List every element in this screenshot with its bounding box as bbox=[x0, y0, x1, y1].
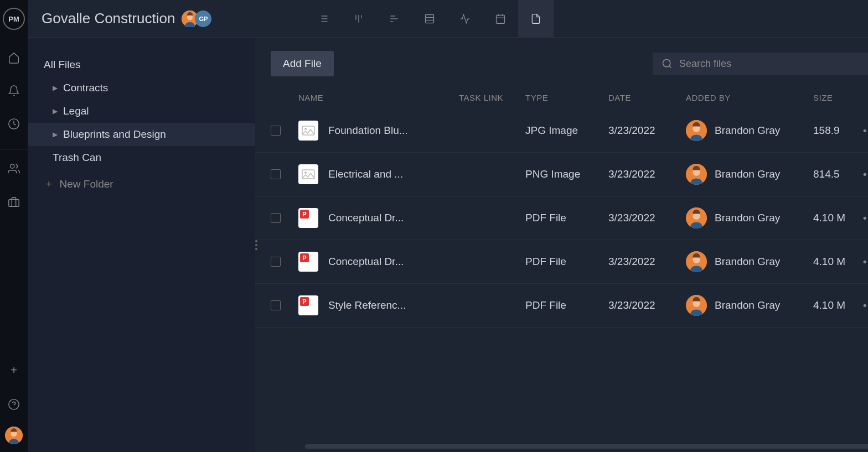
clock-icon[interactable] bbox=[3, 113, 25, 135]
row-actions-icon[interactable]: ••• bbox=[863, 168, 868, 180]
svg-rect-20 bbox=[426, 14, 434, 23]
file-row[interactable]: PConceptual Dr...PDF File3/23/2022Brando… bbox=[255, 196, 868, 240]
search-icon bbox=[662, 58, 673, 69]
folder-item[interactable]: ▶Contracts bbox=[28, 76, 255, 100]
resize-handle[interactable] bbox=[255, 238, 257, 252]
row-actions-icon[interactable]: ••• bbox=[863, 124, 868, 137]
help-icon[interactable] bbox=[3, 393, 25, 415]
row-checkbox[interactable] bbox=[271, 213, 281, 223]
bell-icon[interactable] bbox=[3, 80, 25, 102]
row-checkbox[interactable] bbox=[271, 300, 281, 310]
gantt-view-tab[interactable] bbox=[376, 0, 412, 38]
svg-point-1 bbox=[11, 164, 14, 168]
pdf-file-icon: P bbox=[298, 208, 318, 228]
svg-rect-2 bbox=[9, 199, 19, 206]
user-avatar bbox=[686, 295, 707, 316]
svg-point-30 bbox=[304, 128, 307, 130]
horizontal-scrollbar[interactable] bbox=[305, 444, 868, 449]
file-size: 4.10 M bbox=[813, 299, 863, 311]
image-file-icon bbox=[298, 164, 318, 184]
search-box[interactable] bbox=[653, 53, 868, 75]
caret-icon: ▶ bbox=[53, 107, 58, 115]
added-by-name: Brandon Gray bbox=[715, 256, 780, 268]
pdf-file-icon: P bbox=[298, 252, 318, 272]
file-panel: Add File NAME TASK LINK TYPE DATE ADDED … bbox=[255, 38, 868, 452]
user-avatar[interactable] bbox=[5, 427, 23, 444]
file-date: 3/23/2022 bbox=[608, 168, 686, 180]
file-date: 3/23/2022 bbox=[608, 212, 686, 224]
new-folder-button[interactable]: +New Folder bbox=[28, 173, 255, 196]
svg-rect-29 bbox=[302, 126, 314, 135]
folder-label: Blueprints and Design bbox=[63, 128, 166, 141]
user-avatar bbox=[686, 251, 707, 272]
col-date[interactable]: DATE bbox=[608, 93, 686, 102]
row-actions-icon[interactable]: ••• bbox=[863, 299, 868, 311]
image-file-icon bbox=[298, 121, 318, 141]
file-type: JPG Image bbox=[525, 124, 608, 137]
row-actions-icon[interactable]: ••• bbox=[863, 212, 868, 224]
files-view-tab[interactable] bbox=[518, 0, 554, 38]
list-view-tab[interactable] bbox=[306, 0, 341, 38]
file-size: 814.5 bbox=[813, 168, 863, 180]
added-by-name: Brandon Gray bbox=[715, 168, 780, 180]
col-added[interactable]: ADDED BY bbox=[686, 93, 813, 102]
row-checkbox[interactable] bbox=[271, 257, 281, 267]
col-name[interactable]: NAME bbox=[298, 93, 459, 102]
activity-view-tab[interactable] bbox=[447, 0, 483, 38]
file-row[interactable]: Foundation Blu...JPG Image3/23/2022Brand… bbox=[255, 109, 868, 153]
nav-rail: PM + bbox=[0, 0, 28, 452]
folder-label: Contracts bbox=[63, 82, 108, 94]
topbar: Govalle Construction GP bbox=[28, 0, 868, 38]
users-icon[interactable] bbox=[3, 158, 25, 180]
file-name: Foundation Blu... bbox=[328, 124, 408, 137]
file-name: Style Referenc... bbox=[328, 299, 406, 311]
row-actions-icon[interactable]: ••• bbox=[863, 256, 868, 268]
file-type: PDF File bbox=[525, 256, 608, 268]
add-file-button[interactable]: Add File bbox=[271, 51, 334, 76]
add-icon[interactable]: + bbox=[11, 364, 17, 377]
view-tabs bbox=[306, 0, 554, 38]
file-name: Electrical and ... bbox=[328, 168, 403, 180]
col-type[interactable]: TYPE bbox=[525, 93, 608, 102]
svg-rect-23 bbox=[497, 15, 505, 23]
user-avatar bbox=[686, 164, 707, 185]
caret-icon: ▶ bbox=[53, 131, 58, 138]
file-type: PDF File bbox=[525, 299, 608, 311]
added-by-name: Brandon Gray bbox=[715, 299, 780, 311]
calendar-view-tab[interactable] bbox=[483, 0, 518, 38]
trash-folder[interactable]: Trash Can bbox=[28, 146, 255, 169]
svg-line-28 bbox=[669, 66, 671, 68]
file-date: 3/23/2022 bbox=[608, 124, 686, 137]
member-avatars[interactable]: GP bbox=[185, 11, 211, 27]
row-checkbox[interactable] bbox=[271, 169, 281, 179]
col-size[interactable]: SIZE bbox=[813, 93, 863, 102]
all-files-folder[interactable]: All Files bbox=[28, 53, 255, 76]
app-logo[interactable]: PM bbox=[3, 8, 25, 30]
file-row[interactable]: Electrical and ...PNG Image3/23/2022Bran… bbox=[255, 153, 868, 196]
file-size: 158.9 bbox=[813, 124, 863, 137]
svg-point-34 bbox=[304, 172, 307, 174]
home-icon[interactable] bbox=[3, 46, 25, 69]
svg-rect-33 bbox=[302, 170, 314, 179]
row-checkbox[interactable] bbox=[271, 126, 281, 136]
col-task[interactable]: TASK LINK bbox=[459, 93, 525, 102]
file-type: PDF File bbox=[525, 212, 608, 224]
svg-point-3 bbox=[9, 399, 19, 409]
table-header: NAME TASK LINK TYPE DATE ADDED BY SIZE bbox=[255, 86, 868, 109]
sheet-view-tab[interactable] bbox=[412, 0, 447, 38]
added-by-name: Brandon Gray bbox=[715, 212, 780, 224]
added-by-name: Brandon Gray bbox=[715, 124, 780, 137]
plus-icon: + bbox=[46, 179, 52, 190]
search-input[interactable] bbox=[679, 58, 868, 70]
briefcase-icon[interactable] bbox=[3, 191, 25, 213]
folder-item[interactable]: ▶Blueprints and Design bbox=[28, 123, 255, 146]
file-row[interactable]: PStyle Referenc...PDF File3/23/2022Brand… bbox=[255, 284, 868, 328]
file-size: 4.10 M bbox=[813, 256, 863, 268]
user-avatar bbox=[686, 207, 707, 228]
file-date: 3/23/2022 bbox=[608, 299, 686, 311]
board-view-tab[interactable] bbox=[341, 0, 376, 38]
folder-label: Legal bbox=[63, 105, 89, 117]
file-size: 4.10 M bbox=[813, 212, 863, 224]
file-row[interactable]: PConceptual Dr...PDF File3/23/2022Brando… bbox=[255, 240, 868, 284]
folder-item[interactable]: ▶Legal bbox=[28, 100, 255, 123]
